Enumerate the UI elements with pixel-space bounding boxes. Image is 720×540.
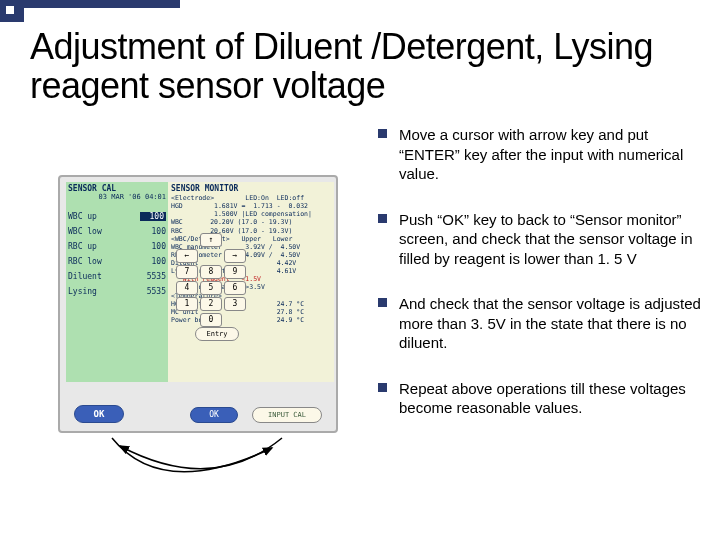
bullet-item: Move a cursor with arrow key and put “EN… xyxy=(378,125,703,184)
key-3[interactable]: 3 xyxy=(224,297,246,311)
bullet-icon xyxy=(378,383,387,392)
lcd-row-lysing[interactable]: Lysing5535 xyxy=(68,284,166,299)
bullet-list: Move a cursor with arrow key and put “EN… xyxy=(378,125,703,444)
lcd-electrode-head: <Electrode> LED:On LED:off xyxy=(171,194,331,202)
lcd-line: WBC 20.20V (17.0 - 19.3V) xyxy=(171,218,331,226)
accent-bar xyxy=(0,0,180,8)
key-left[interactable]: ← xyxy=(176,249,198,263)
arrows-icon xyxy=(72,430,332,510)
device-panel: SENSOR CAL 03 MAR '06 04:01 WBC up100 WB… xyxy=(58,175,338,433)
bullet-text: Move a cursor with arrow key and put “EN… xyxy=(399,125,703,184)
key-0[interactable]: 0 xyxy=(200,313,222,327)
lcd-left-rows: WBC up100 WBC low100 RBC up100 RBC low10… xyxy=(68,209,166,299)
key-4[interactable]: 4 xyxy=(176,281,198,295)
lcd-left-title: SENSOR CAL xyxy=(68,184,166,193)
lcd-row-rbc-low[interactable]: RBC low100 xyxy=(68,254,166,269)
bullet-item: And check that the sensor voltage is adj… xyxy=(378,294,703,353)
lcd-line: 1.500V |LED compensation| xyxy=(171,210,331,218)
bullet-icon xyxy=(378,214,387,223)
lcd-row-wbc-up[interactable]: WBC up100 xyxy=(68,209,166,224)
key-5[interactable]: 5 xyxy=(200,281,222,295)
accent-square xyxy=(0,0,24,22)
key-6[interactable]: 6 xyxy=(224,281,246,295)
key-right[interactable]: → xyxy=(224,249,246,263)
ok-button-right[interactable]: OK xyxy=(190,407,238,423)
bullet-icon xyxy=(378,298,387,307)
lcd-line: HGD 1.681V = 1.713 - 0.032 xyxy=(171,202,331,210)
numeric-keypad: ↑ ←→ 789 456 123 0 xyxy=(176,233,246,327)
slide-title: Adjustment of Diluent /Detergent, Lysing… xyxy=(30,28,720,106)
bullet-item: Repeat above operations till these volta… xyxy=(378,379,703,418)
bullet-text: And check that the sensor voltage is adj… xyxy=(399,294,703,353)
lcd-left-screen: SENSOR CAL 03 MAR '06 04:01 WBC up100 WB… xyxy=(66,182,168,382)
lcd-row-wbc-low[interactable]: WBC low100 xyxy=(68,224,166,239)
bullet-text: Push “OK” key to back to “Sensor monitor… xyxy=(399,210,703,269)
bullet-text: Repeat above operations till these volta… xyxy=(399,379,703,418)
key-8[interactable]: 8 xyxy=(200,265,222,279)
lcd-row-rbc-up[interactable]: RBC up100 xyxy=(68,239,166,254)
bullet-icon xyxy=(378,129,387,138)
bullet-item: Push “OK” key to back to “Sensor monitor… xyxy=(378,210,703,269)
input-cal-button[interactable]: INPUT CAL xyxy=(252,407,322,423)
ok-button-left[interactable]: OK xyxy=(74,405,124,423)
lcd-row-diluent[interactable]: Diluent5535 xyxy=(68,269,166,284)
key-9[interactable]: 9 xyxy=(224,265,246,279)
lcd-left-date: 03 MAR '06 04:01 xyxy=(68,193,166,201)
key-2[interactable]: 2 xyxy=(200,297,222,311)
key-7[interactable]: 7 xyxy=(176,265,198,279)
lcd-right-header: SENSOR MONITOR xyxy=(171,184,331,194)
key-1[interactable]: 1 xyxy=(176,297,198,311)
key-up[interactable]: ↑ xyxy=(200,233,222,247)
entry-button[interactable]: Entry xyxy=(195,327,239,341)
